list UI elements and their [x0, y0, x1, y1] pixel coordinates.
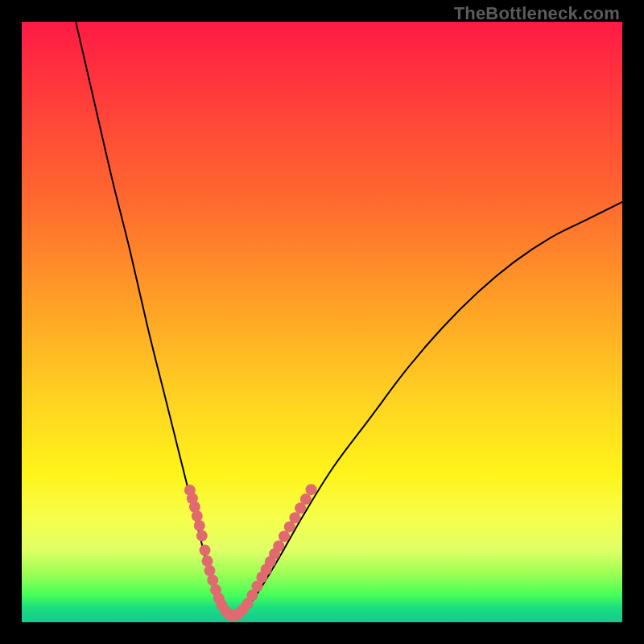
marker-point [202, 555, 213, 567]
marker-point [200, 544, 211, 555]
marker-point [289, 512, 300, 523]
marker-point [273, 540, 284, 551]
marker-point [204, 565, 216, 576]
marker-point [279, 530, 290, 542]
bottleneck-curve [76, 22, 622, 617]
marker-point [300, 493, 312, 505]
marker-point [192, 510, 203, 522]
marker-point [306, 484, 317, 495]
curve-svg [22, 22, 622, 622]
curve-markers [184, 484, 317, 621]
marker-point [207, 575, 218, 586]
marker-point [196, 530, 208, 542]
marker-point [194, 520, 205, 531]
plot-area [22, 22, 622, 622]
chart-frame: TheBottleneck.com [0, 0, 644, 644]
